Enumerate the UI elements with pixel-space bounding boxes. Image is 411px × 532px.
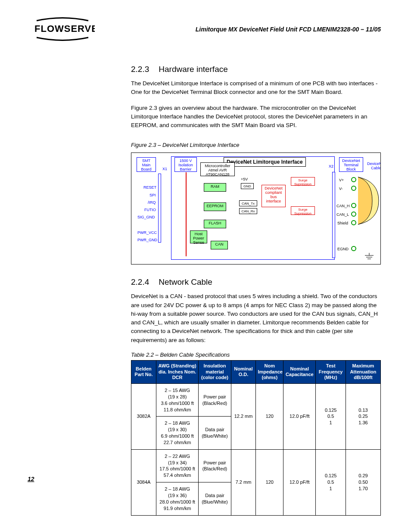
main-content: 2.2.3Hardware interface The DeviceNet Li… [131,65,381,516]
cell-awg: 2 – 22 AWG(19 x 34)17.5 ohm/1000 ft57.4 … [156,449,198,482]
section-224-heading: 2.2.4Network Cable [131,277,381,287]
cell-od: 12.2 mm [231,384,256,450]
lbl-futio: FUTIO [144,208,156,212]
host-block: Host Power Sense [190,230,207,243]
section-title: Hardware interface [159,65,228,74]
cell-att: 0.290.501.70 [346,449,380,515]
fig-title: DeviceNet Limitorque Interface [224,157,306,167]
cell-ins: Power pair(Black/Red) [199,384,231,417]
section-223-p1: The DeviceNet Limitorque Interface is co… [131,79,381,97]
cell-cap: 12.0 pF/ft [283,384,316,450]
figure-2-3: DeviceNet Limitorque Interface SMT Main … [131,152,381,264]
surge1-block: Surge Supression [291,177,315,186]
can-block: CAN [211,241,228,249]
lbl-shield: Shield [337,221,348,225]
iso-block: 1500 V Isolation Barrier [174,157,197,172]
cell-ins: Data pair(Blue/White) [199,417,231,449]
lbl-canh: CAN_H [336,204,350,208]
lbl-spi: SPI [149,193,156,197]
lbl-irq: /IRQ [148,200,156,205]
th-freq: Test Frequency (MHz) [316,360,346,383]
lbl-x1: X1 [162,167,167,171]
th-part: Belden Part No. [131,360,156,383]
lbl-canl: CAN_L [336,212,349,217]
th-ins: Insulation material (color code) [199,360,231,383]
lbl-pwrvcc: PWR_VCC [137,230,157,235]
micro-block: Microcontroller Atmel AVR AT90CAN128 [200,162,235,176]
th-cap: Nominal Capacitance [283,360,316,383]
section-223-p2: Figure 2.3 gives an overview about the h… [131,104,381,130]
table-header-row: Belden Part No. AWG (Stranding) dia. Inc… [131,360,381,383]
lbl-x2: X2 [329,164,333,168]
th-awg: AWG (Stranding) dia. Inches Nom. DCR [156,360,198,383]
brand-logo: FLOWSERVE [30,17,95,43]
cell-cap: 12.0 pF/ft [283,449,316,515]
cell-imp: 120 [256,449,283,515]
lbl-egnd: EGND [337,247,349,251]
flash-block: FLASH [204,220,226,228]
lbl-gnd: GND [241,183,254,189]
cell-imp: 120 [256,384,283,450]
spec-table: Belden Part No. AWG (Stranding) dia. Inc… [131,360,381,516]
lbl-vm: V- [339,187,343,191]
eeprom-block: EEPROM [204,202,226,211]
cell-awg: 2 – 15 AWG(19 x 28)3.6 ohm/1000 ft11.8 o… [156,384,198,417]
lbl-cantx: CAN_Tx [239,200,257,206]
lbl-siggnd: SIG_GND [137,215,155,219]
section-num: 2.2.4 [131,277,149,286]
cell-od: 7.2 mm [231,449,256,515]
cell-partno: 3084A [131,449,156,515]
cell-att: 0.130.251.36 [346,384,380,450]
lbl-5v: +5V [241,177,248,181]
surge2-block: Surge Supression [291,206,315,215]
section-224-p1: DeviceNet is a CAN - based protocol that… [131,292,381,345]
figure-caption: Figure 2.3 – DeviceNet Limitorque Interf… [131,142,381,148]
cell-freq: 0.1250.51 [316,449,346,515]
bus-block: DeviceNet compliant bus interface [262,185,286,207]
cable-lbl: DeviceNet Cable [366,161,381,170]
section-title: Network Cable [159,277,212,286]
table-caption: Table 2.2 – Belden Cable Specifications [131,352,381,358]
table-row: 3084A 2 – 22 AWG(19 x 34)17.5 ohm/1000 f… [131,449,381,482]
lbl-pwrgnd: PWR_GND [137,238,157,242]
lbl-vp: V+ [339,178,344,182]
ram-block: RAM [204,183,226,192]
lbl-reset: RESET [143,185,156,190]
lbl-canrx: CAN_Rx [239,208,257,214]
section-223-heading: 2.2.3Hardware interface [131,65,381,74]
smt-block: SMT Main Board [137,157,156,172]
termblock: DeviceNet Terminal Block [339,157,363,172]
cell-awg: 2 – 18 AWG(19 x 36)28.0 ohm/1000 ft91.9 … [156,482,198,515]
section-num: 2.2.3 [131,65,149,74]
svg-text:FLOWSERVE: FLOWSERVE [34,23,95,34]
th-imp: Nom Impedance (ohms) [256,360,283,383]
th-od: Nominal O.D. [231,360,256,383]
doc-header-title: Limitorque MX DeviceNet Field Unit FCD L… [196,26,381,33]
table-row: 3082A 2 – 15 AWG(19 x 28)3.6 ohm/1000 ft… [131,384,381,417]
cell-ins: Power pair(Black/Red) [199,449,231,482]
cell-freq: 0.1250.51 [316,384,346,450]
page-number: 12 [28,476,34,482]
th-att: Maximum Attenuation dB/100ft [346,360,380,383]
cell-partno: 3082A [131,384,156,450]
cell-awg: 2 – 18 AWG(19 x 30)6.9 ohm/1000 ft22.7 o… [156,417,198,449]
cell-ins: Data pair(Blue/White) [199,482,231,515]
